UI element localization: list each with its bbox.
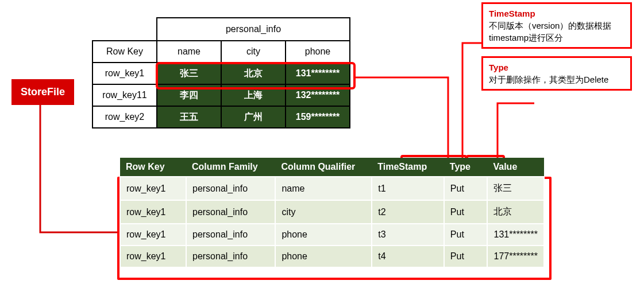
- cell: personal_info: [186, 200, 275, 224]
- cell: personal_info: [186, 224, 275, 246]
- rowkey-cell: row_key11: [92, 84, 157, 106]
- rowkey-cell: row_key2: [92, 106, 157, 128]
- table-row: row_key11 李四 上海 132********: [92, 84, 350, 106]
- table-row: row_key1 张三 北京 131********: [92, 63, 350, 84]
- cell: name: [275, 177, 372, 200]
- table-row: row_key1 personal_info name t1 Put 张三: [120, 177, 544, 200]
- cell: 177********: [487, 246, 544, 267]
- col-hdr-1: city: [221, 41, 286, 63]
- lower-hdr-3: TimeStamp: [372, 158, 444, 177]
- cell: t2: [372, 200, 444, 224]
- data-cell: 上海: [221, 84, 286, 106]
- type-annotation: Type 对于删除操作，其类型为Delete: [481, 56, 632, 91]
- lower-table: Row Key Column Family Column Qualifier T…: [119, 158, 545, 268]
- lower-hdr-5: Value: [487, 158, 544, 177]
- cell: row_key1: [120, 224, 186, 246]
- cell: row_key1: [120, 246, 186, 267]
- lower-hdr-2: Column Qualifier: [275, 158, 372, 177]
- table-row: row_key1 personal_info city t2 Put 北京: [120, 200, 544, 224]
- cell: Put: [444, 246, 488, 267]
- timestamp-anno-title: TimeStamp: [489, 7, 624, 20]
- upper-table: personal_info Row Key name city phone ro…: [92, 17, 350, 128]
- lower-hdr-1: Column Family: [186, 158, 275, 177]
- data-cell: 北京: [221, 63, 286, 84]
- data-cell: 王五: [157, 106, 221, 128]
- cell: Put: [444, 224, 488, 246]
- lower-hdr-4: Type: [444, 158, 488, 177]
- cell: phone: [275, 246, 372, 267]
- cf-header: personal_info: [157, 18, 350, 41]
- data-cell: 张三: [157, 63, 221, 84]
- storefile-badge: StoreFile: [11, 79, 74, 105]
- cell: 131********: [487, 224, 544, 246]
- cell: t1: [372, 177, 444, 200]
- data-cell: 159********: [286, 106, 350, 128]
- cell: Put: [444, 177, 488, 200]
- data-cell: 132********: [286, 84, 350, 106]
- table-row: row_key2 王五 广州 159********: [92, 106, 350, 128]
- cell: Put: [444, 200, 488, 224]
- col-hdr-0: name: [157, 41, 221, 63]
- lower-hdr-0: Row Key: [120, 158, 186, 177]
- data-cell: 广州: [221, 106, 286, 128]
- cell: personal_info: [186, 246, 275, 267]
- table-row: row_key1 personal_info phone t4 Put 177*…: [120, 246, 544, 267]
- data-cell: 131********: [286, 63, 350, 84]
- cell: 北京: [487, 200, 544, 224]
- cell: t3: [372, 224, 444, 246]
- cell: phone: [275, 224, 372, 246]
- cell: row_key1: [120, 200, 186, 224]
- data-cell: 李四: [157, 84, 221, 106]
- table-row: row_key1 personal_info phone t3 Put 131*…: [120, 224, 544, 246]
- type-anno-title: Type: [489, 61, 624, 73]
- col-hdr-2: phone: [286, 41, 350, 63]
- cell: t4: [372, 246, 444, 267]
- cell: city: [275, 200, 372, 224]
- rowkey-header: Row Key: [92, 41, 157, 63]
- cell: row_key1: [120, 177, 186, 200]
- rowkey-cell: row_key1: [92, 63, 157, 84]
- cell: 张三: [487, 177, 544, 200]
- timestamp-anno-text: 不同版本（version）的数据根据timestamp进行区分: [489, 20, 624, 44]
- cell: personal_info: [186, 177, 275, 200]
- timestamp-annotation: TimeStamp 不同版本（version）的数据根据timestamp进行区…: [481, 2, 632, 49]
- type-anno-text: 对于删除操作，其类型为Delete: [489, 73, 624, 85]
